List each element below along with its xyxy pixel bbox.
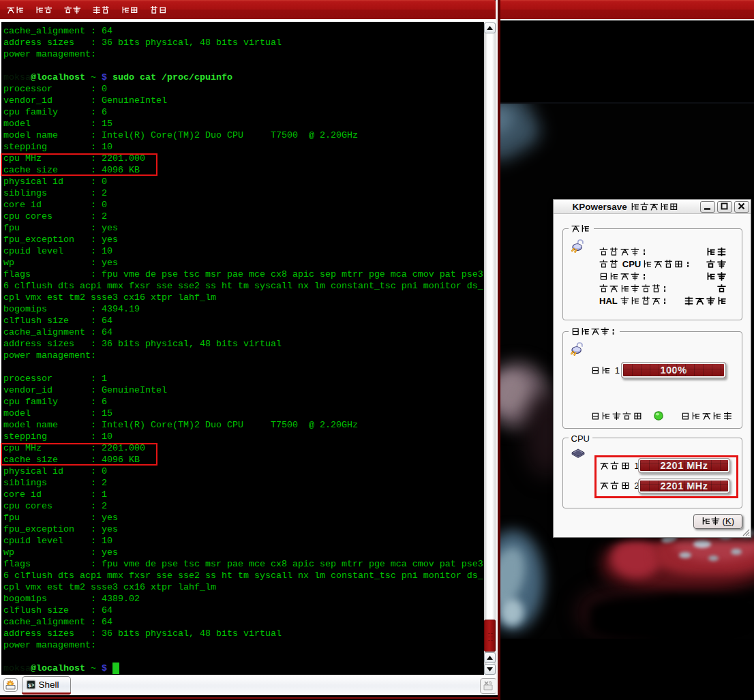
svg-text:$: $ xyxy=(28,682,31,688)
